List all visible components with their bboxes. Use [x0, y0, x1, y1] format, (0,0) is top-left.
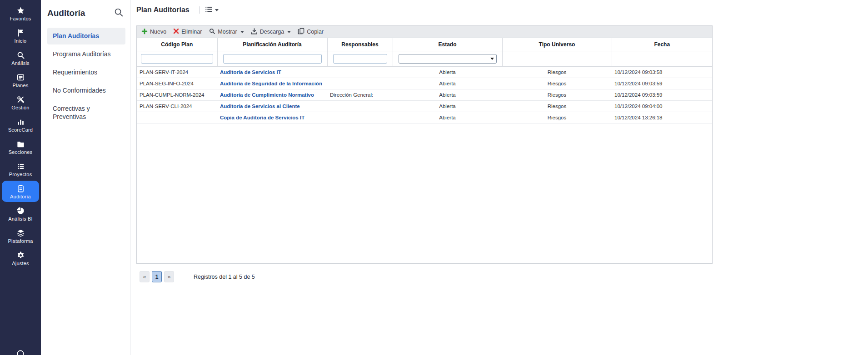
sidebar-item-favoritos[interactable]: Favoritos [2, 3, 39, 24]
module-menu: Plan Auditorías Programa Auditorías Requ… [47, 28, 125, 125]
search-icon [16, 50, 25, 59]
sidebar-item-label: Ajustes [12, 261, 29, 266]
show-button-label: Mostrar [218, 29, 237, 35]
cell-tipo-universo: Riesgos [502, 101, 612, 112]
menu-item-correctivas-preventivas[interactable]: Correctivas y Preventivas [47, 100, 125, 126]
copy-button[interactable]: Copiar [298, 28, 324, 36]
chevron-down-icon [287, 31, 291, 33]
plus-icon [141, 28, 148, 36]
module-search-button[interactable] [113, 6, 125, 20]
sidebar-item-ajustes[interactable]: Ajustes [2, 247, 39, 269]
cell-fecha: 10/12/2024 09:04:00 [612, 101, 712, 112]
new-button-label: Nuevo [150, 29, 166, 35]
column-header-codigo-plan[interactable]: Código Plan [137, 38, 217, 51]
menu-item-programa-auditorias[interactable]: Programa Auditorías [47, 46, 125, 63]
records-summary: Registros del 1 al 5 de 5 [194, 274, 255, 280]
cell-fecha: 10/12/2024 09:03:59 [612, 78, 712, 89]
cell-codigo-plan: PLAN-SERV-IT-2024 [137, 67, 217, 78]
sidebar-item-plataforma[interactable]: Plataforma [2, 225, 39, 247]
filter-cell [612, 51, 712, 67]
cell-fecha: 10/12/2024 13:26:18 [612, 112, 712, 123]
audit-plan-link[interactable]: Copia de Auditoria de Servicios IT [220, 115, 304, 120]
cell-tipo-universo: Riesgos [502, 67, 612, 78]
show-button[interactable]: Mostrar [209, 28, 244, 36]
column-header-fecha[interactable]: Fecha [612, 38, 712, 51]
sidebar-item-analisis[interactable]: Análisis [2, 47, 39, 69]
audit-plan-grid: Código Plan Planificación Auditoría Resp… [136, 38, 713, 264]
cell-tipo-universo: Riesgos [502, 112, 612, 123]
sidebar-item-label: Secciones [9, 149, 33, 155]
cell-tipo-universo: Riesgos [502, 78, 612, 89]
cell-codigo-plan [137, 112, 217, 123]
audit-plan-link[interactable]: Auditoría de Servicios al Cliente [220, 104, 300, 109]
menu-item-plan-auditorias[interactable]: Plan Auditorías [47, 28, 125, 44]
sidebar-item-secciones[interactable]: Secciones [2, 136, 39, 158]
cell-responsables [327, 67, 393, 78]
bar-chart-icon [16, 117, 25, 126]
folder-icon [16, 139, 25, 148]
sidebar-item-gestion[interactable]: Gestión [2, 92, 39, 113]
sidebar-item-scorecard[interactable]: ScoreCard [2, 114, 39, 135]
column-header-responsables[interactable]: Responsables [327, 38, 393, 51]
audit-plan-link[interactable]: Auditoría de Servicios IT [220, 69, 281, 75]
sidebar-item-partial[interactable] [16, 349, 25, 355]
sidebar-item-label: Favoritos [10, 16, 31, 21]
menu-item-no-conformidades[interactable]: No Conformidades [47, 82, 125, 99]
cell-tipo-universo: Riesgos [502, 89, 612, 101]
column-header-tipo-universo[interactable]: Tipo Universo [502, 38, 612, 51]
table-row[interactable]: PLAN-CUMPL-NORM-2024 Auditoría de Cumpli… [137, 89, 712, 101]
header-divider [200, 6, 200, 14]
list-icon [16, 162, 25, 171]
sidebar-item-inicio[interactable]: Inicio [2, 25, 39, 46]
audit-plan-link[interactable]: Auditoría de Seguridad de la Información [220, 81, 322, 86]
delete-button[interactable]: Eliminar [173, 28, 202, 35]
sidebar-item-label: Análisis [11, 60, 30, 66]
clipboard-icon [16, 184, 25, 193]
cell-estado: Abierta [393, 78, 502, 89]
sidebar-item-label: ScoreCard [8, 127, 33, 133]
column-header-planificacion[interactable]: Planificación Auditoría [217, 38, 327, 51]
filter-cell [327, 51, 393, 67]
tools-icon [16, 95, 25, 104]
layers-icon [16, 228, 25, 237]
cell-responsables [327, 78, 393, 89]
sidebar-item-auditoria[interactable]: Auditoría [2, 181, 39, 202]
download-icon [251, 28, 258, 36]
responsables-filter-input[interactable] [333, 54, 387, 64]
audit-plan-link[interactable]: Auditoría de Cumplimiento Normativo [220, 92, 314, 98]
main-area: Plan Auditorías Nuevo [130, 0, 868, 355]
cell-responsables [327, 112, 393, 123]
download-button[interactable]: Descarga [251, 28, 291, 36]
pagination-prev-button[interactable]: « [140, 271, 150, 282]
sidebar-item-analisis-bi[interactable]: Análisis BI [2, 203, 39, 224]
search-icon [114, 12, 124, 19]
delete-button-label: Eliminar [181, 29, 202, 35]
pagination: « 1 » Registros del 1 al 5 de 5 [140, 271, 713, 282]
column-header-estado[interactable]: Estado [393, 38, 502, 51]
menu-item-requerimientos[interactable]: Requerimientos [47, 64, 125, 81]
cell-fecha: 10/12/2024 09:03:59 [612, 89, 712, 101]
pagination-page-1-button[interactable]: 1 [152, 271, 162, 282]
planificacion-filter-input[interactable] [223, 54, 322, 64]
table-row[interactable]: PLAN-SERV-IT-2024 Auditoría de Servicios… [137, 67, 712, 78]
cell-fecha: 10/12/2024 09:03:58 [612, 67, 712, 78]
sidebar-item-planes[interactable]: Planes [2, 69, 39, 91]
table-row[interactable]: Copia de Auditoria de Servicios IT Abier… [137, 112, 712, 123]
x-icon [173, 28, 179, 35]
page-header: Plan Auditorías [136, 0, 868, 20]
filter-cell [502, 51, 612, 67]
sidebar-item-label: Gestión [11, 105, 29, 110]
module-title: Auditoría [47, 8, 85, 18]
header-row: Código Plan Planificación Auditoría Resp… [137, 38, 712, 51]
pagination-next-button[interactable]: » [164, 271, 174, 282]
codigo-plan-filter-input[interactable] [141, 54, 213, 64]
table-row[interactable]: PLAN-SERV-CLI-2024 Auditoría de Servicio… [137, 101, 712, 112]
sidebar-item-proyectos[interactable]: Proyectos [2, 158, 39, 180]
cell-estado: Abierta [393, 112, 502, 123]
table-row[interactable]: PLAN-SEG-INFO-2024 Auditoría de Segurida… [137, 78, 712, 89]
sidebar-item-label: Auditoría [10, 194, 31, 199]
view-selector-button[interactable] [205, 5, 219, 15]
new-button[interactable]: Nuevo [141, 28, 166, 36]
estado-filter-select[interactable] [399, 54, 497, 64]
sidebar-item-label: Plataforma [8, 238, 33, 244]
